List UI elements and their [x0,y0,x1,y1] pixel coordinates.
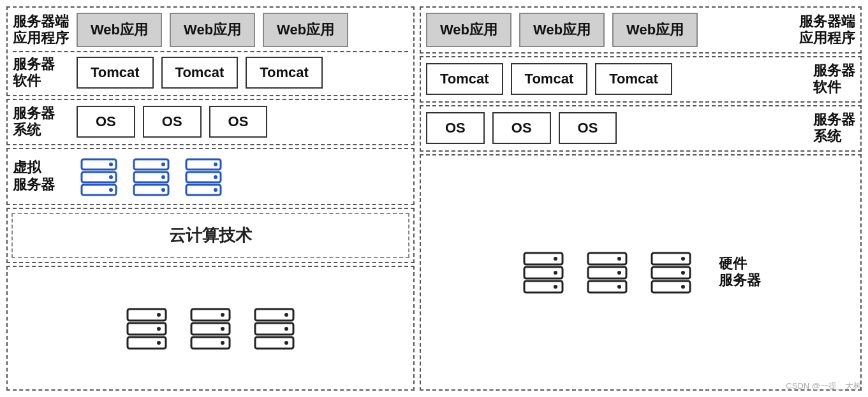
os-box-2: OS [143,106,202,138]
os-box-1: OS [77,106,135,138]
left-panel: 服务器端应用程序 Web应用 Web应用 Web应用 服务器软件 Tomcat … [6,6,415,391]
svg-point-31 [284,313,288,317]
svg-point-45 [617,271,621,275]
right-server-app-label: 服务器端应用程序 [799,13,855,47]
svg-point-29 [221,341,224,345]
svg-point-7 [161,162,165,166]
web-app-box-3: Web应用 [263,13,348,47]
server-system-row: 服务器系统 OS OS OS [13,105,408,139]
web-app-box-1: Web应用 [77,13,162,47]
right-os-boxes: OS OS OS [426,112,807,144]
right-hw-icon-1 [521,250,566,294]
right-hardware-label: 硬件服务器 [719,256,761,289]
cloud-label: 云计算技术 [169,224,252,247]
hw-server-icon-2 [188,306,233,350]
hw-server-icon-1 [124,306,169,350]
right-web-app-1: Web应用 [426,13,511,47]
svg-point-15 [214,175,217,179]
svg-point-51 [681,271,685,275]
svg-point-39 [554,271,557,275]
svg-point-25 [221,313,224,317]
server-app-label: 服务器端应用程序 [13,13,70,47]
left-cloud-section: 云计算技术 [6,208,415,263]
right-hw-icon-3 [649,250,693,294]
svg-point-37 [554,257,557,261]
svg-point-43 [617,257,621,261]
cloud-inner: 云计算技术 [11,213,409,258]
right-tomcat-3: Tomcat [595,63,672,95]
right-hw-icon-2 [585,250,629,294]
server-software-row: 服务器软件 Tomcat Tomcat Tomcat [13,51,408,90]
server-software-inner: 服务器软件 Tomcat Tomcat Tomcat [13,56,408,90]
right-server-software-section: Tomcat Tomcat Tomcat 服务器软件 [420,56,862,103]
web-app-boxes: Web应用 Web应用 Web应用 [77,13,348,47]
virtual-server-label: 虚拟服务器 [13,159,70,193]
right-tomcat-boxes: Tomcat Tomcat Tomcat [426,63,807,95]
right-tomcat-1: Tomcat [426,63,503,95]
web-app-box-2: Web应用 [170,13,255,47]
svg-point-1 [109,162,113,166]
left-server-system: 服务器系统 OS OS OS [6,99,415,145]
right-web-app-boxes: Web应用 Web应用 Web应用 [426,13,793,47]
svg-point-35 [284,341,288,345]
server-software-label: 服务器软件 [13,56,70,90]
right-server-system-section: OS OS OS 服务器系统 [420,105,862,152]
right-server-system-label: 服务器系统 [813,112,855,145]
server-system-label: 服务器系统 [13,105,70,139]
right-web-app-3: Web应用 [612,13,698,47]
os-box-3: OS [209,106,268,138]
virt-server-icon-3 [181,154,226,199]
right-os-3: OS [559,112,617,144]
hw-server-icon-3 [252,306,297,350]
svg-point-17 [214,188,217,192]
left-hardware-section [6,266,415,391]
right-os-1: OS [426,112,485,144]
svg-point-49 [681,257,685,261]
tomcat-box-2: Tomcat [161,57,239,89]
watermark: CSDN @一提＿大树 [786,380,862,392]
server-app-row: 服务器端应用程序 Web应用 Web应用 Web应用 [13,13,408,47]
svg-point-33 [284,327,288,331]
svg-point-27 [221,327,224,331]
right-server-software-label: 服务器软件 [813,62,855,96]
right-web-app-2: Web应用 [519,13,605,47]
left-top-section: 服务器端应用程序 Web应用 Web应用 Web应用 服务器软件 Tomcat … [6,6,415,96]
svg-point-11 [161,188,165,192]
left-virtual-server: 虚拟服务器 [6,148,415,205]
right-tomcat-2: Tomcat [511,63,588,95]
svg-point-47 [617,285,621,289]
virt-server-icon-2 [129,154,173,199]
svg-point-21 [157,327,161,331]
tomcat-box-1: Tomcat [77,57,154,89]
tomcat-boxes-top: Tomcat Tomcat Tomcat [77,57,323,89]
right-os-2: OS [492,112,551,144]
virt-server-icon-1 [77,154,121,199]
right-panel: Web应用 Web应用 Web应用 服务器端应用程序 Tomcat Tomcat… [420,6,862,391]
right-hardware-section: 硬件服务器 [420,154,862,391]
svg-point-3 [109,175,113,179]
os-boxes: OS OS OS [77,106,267,138]
svg-point-19 [157,313,161,317]
svg-point-5 [109,188,113,192]
svg-point-13 [214,162,217,166]
main-container: 服务器端应用程序 Web应用 Web应用 Web应用 服务器软件 Tomcat … [0,0,868,397]
right-server-app-section: Web应用 Web应用 Web应用 服务器端应用程序 [420,6,862,54]
svg-point-53 [681,285,685,289]
svg-point-41 [554,285,557,289]
virtual-server-icons [77,154,226,199]
tomcat-box-3: Tomcat [246,57,323,89]
svg-point-23 [157,341,161,345]
svg-point-9 [161,175,165,179]
